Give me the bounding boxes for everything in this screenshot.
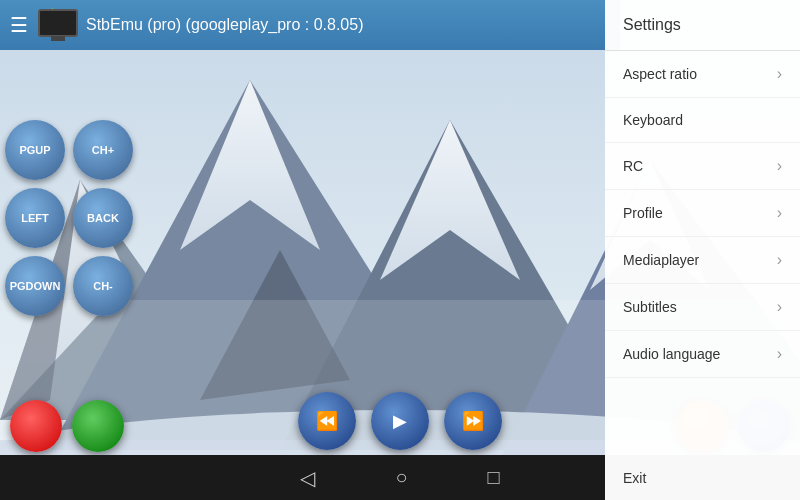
menu-arrow-mediaplayer: › bbox=[777, 251, 782, 269]
menu-arrow-subtitles: › bbox=[777, 298, 782, 316]
menu-item-label-profile: Profile bbox=[623, 205, 663, 221]
rewind-button[interactable]: ⏪ bbox=[298, 392, 356, 450]
menu-item-audio-language[interactable]: Audio language › bbox=[605, 331, 800, 378]
menu-item-label-aspect-ratio: Aspect ratio bbox=[623, 66, 697, 82]
menu-item-label-rc: RC bbox=[623, 158, 643, 174]
ch-plus-button[interactable]: CH+ bbox=[73, 120, 133, 180]
nav-back-icon[interactable]: ◁ bbox=[300, 466, 315, 490]
nav-recent-icon[interactable]: □ bbox=[488, 466, 500, 489]
menu-arrow-rc: › bbox=[777, 157, 782, 175]
topbar: ☰ ★ StbEmu (pro) (googleplay_pro : 0.8.0… bbox=[0, 0, 620, 50]
play-icon: ▶ bbox=[393, 410, 407, 432]
menu-item-subtitles[interactable]: Subtitles › bbox=[605, 284, 800, 331]
pgdown-button[interactable]: PGDOWN bbox=[5, 256, 65, 316]
pgup-button[interactable]: PGUP bbox=[5, 120, 65, 180]
fast-forward-button[interactable]: ⏩ bbox=[444, 392, 502, 450]
menu-item-aspect-ratio[interactable]: Aspect ratio › bbox=[605, 51, 800, 98]
menu-item-label-audio-language: Audio language bbox=[623, 346, 720, 362]
rewind-icon: ⏪ bbox=[316, 410, 338, 432]
menu-item-label-keyboard: Keyboard bbox=[623, 112, 683, 128]
play-button[interactable]: ▶ bbox=[371, 392, 429, 450]
ctrl-row-3: PGDOWN CH- bbox=[5, 256, 133, 316]
controls-panel: PGUP CH+ LEFT BACK PGDOWN CH- bbox=[0, 120, 133, 324]
hamburger-icon[interactable]: ☰ bbox=[10, 13, 28, 37]
ctrl-row-2: LEFT BACK bbox=[5, 188, 133, 248]
left-button[interactable]: LEFT bbox=[5, 188, 65, 248]
menu-item-exit[interactable]: Exit bbox=[605, 456, 800, 500]
dropdown-menu: Settings Aspect ratio › Keyboard RC › Pr… bbox=[605, 0, 800, 500]
menu-arrow-profile: › bbox=[777, 204, 782, 222]
menu-arrow-aspect-ratio: › bbox=[777, 65, 782, 83]
nav-home-icon[interactable]: ○ bbox=[395, 466, 407, 489]
menu-arrow-audio-language: › bbox=[777, 345, 782, 363]
fast-forward-icon: ⏩ bbox=[462, 410, 484, 432]
menu-item-mediaplayer[interactable]: Mediaplayer › bbox=[605, 237, 800, 284]
menu-item-profile[interactable]: Profile › bbox=[605, 190, 800, 237]
app-logo: ★ bbox=[38, 9, 78, 41]
menu-item-label-mediaplayer: Mediaplayer bbox=[623, 252, 699, 268]
back-button[interactable]: BACK bbox=[73, 188, 133, 248]
menu-item-rc[interactable]: RC › bbox=[605, 143, 800, 190]
monitor-icon bbox=[38, 9, 78, 37]
menu-header: Settings bbox=[605, 0, 800, 51]
ch-minus-button[interactable]: CH- bbox=[73, 256, 133, 316]
ctrl-row-1: PGUP CH+ bbox=[5, 120, 133, 180]
app-title: StbEmu (pro) (googleplay_pro : 0.8.05) bbox=[86, 16, 363, 34]
menu-item-keyboard[interactable]: Keyboard bbox=[605, 98, 800, 143]
menu-item-label-exit: Exit bbox=[623, 470, 646, 486]
menu-item-label-subtitles: Subtitles bbox=[623, 299, 677, 315]
